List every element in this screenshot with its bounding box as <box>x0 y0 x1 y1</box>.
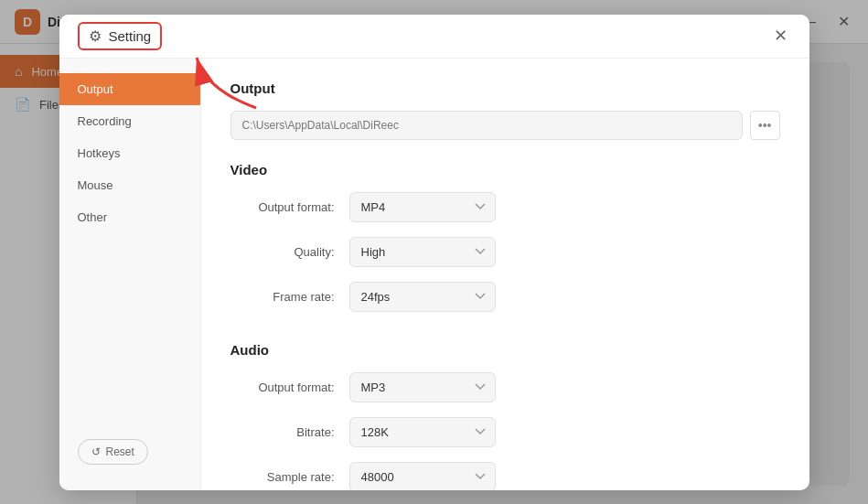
dialog-reset-area: ↺ Reset <box>59 428 200 476</box>
dialog-nav-output[interactable]: Output <box>59 73 200 105</box>
divider-1 <box>230 327 780 327</box>
quality-label: Quality: <box>230 245 349 259</box>
video-section-title: Video <box>230 162 780 177</box>
output-section-title: Output <box>230 80 780 96</box>
video-format-select[interactable]: MP4 AVI MKV MOV <box>349 192 496 222</box>
settings-dialog: ⚙ Setting ✕ Output Recording Hotkeys Mou… <box>59 15 809 490</box>
audio-section-title: Audio <box>230 342 780 358</box>
audio-format-label: Output format: <box>230 381 349 394</box>
dialog-overlay: ⚙ Setting ✕ Output Recording Hotkeys Mou… <box>0 0 868 504</box>
quality-select[interactable]: High Medium Low <box>349 237 496 267</box>
app-window: D DiReec 1.0.0 ? ≡ — ✕ ⌂ Home 📄 Files <box>0 0 868 504</box>
browse-button[interactable]: ••• <box>750 111 780 140</box>
dialog-titlebar: ⚙ Setting ✕ <box>59 15 809 59</box>
samplerate-select[interactable]: 44100 48000 96000 <box>349 462 496 490</box>
reset-label: Reset <box>106 445 134 458</box>
video-format-label: Output format: <box>230 200 349 214</box>
video-format-row: Output format: MP4 AVI MKV MOV <box>230 192 780 222</box>
dialog-nav-other[interactable]: Other <box>59 201 200 233</box>
framerate-row: Frame rate: 24fps 30fps 60fps <box>230 282 780 312</box>
audio-format-select[interactable]: MP3 AAC WAV <box>349 372 496 402</box>
dialog-sidebar: Output Recording Hotkeys Mouse Other ↺ R… <box>59 59 201 490</box>
dialog-reset-button[interactable]: ↺ Reset <box>78 439 148 465</box>
dialog-title: Setting <box>109 28 152 44</box>
framerate-select[interactable]: 24fps 30fps 60fps <box>349 282 496 312</box>
framerate-label: Frame rate: <box>230 290 349 304</box>
dialog-title-area: ⚙ Setting <box>78 22 163 50</box>
bitrate-row: Bitrate: 64K 128K 192K 320K <box>230 417 780 447</box>
dialog-content: Output ••• Video Output format: MP4 AVI … <box>201 59 809 490</box>
quality-row: Quality: High Medium Low <box>230 237 780 267</box>
dialog-body: Output Recording Hotkeys Mouse Other ↺ R… <box>59 59 809 490</box>
output-path-row: ••• <box>230 111 780 140</box>
dialog-nav-recording[interactable]: Recording <box>59 105 200 137</box>
samplerate-label: Sample rate: <box>230 470 349 484</box>
samplerate-row: Sample rate: 44100 48000 96000 <box>230 462 780 490</box>
output-path-input[interactable] <box>230 111 743 140</box>
audio-format-row: Output format: MP3 AAC WAV <box>230 372 780 402</box>
bitrate-label: Bitrate: <box>230 425 349 439</box>
dialog-nav-hotkeys[interactable]: Hotkeys <box>59 137 200 169</box>
dialog-close-button[interactable]: ✕ <box>770 22 791 49</box>
settings-icon: ⚙ <box>89 27 102 45</box>
dialog-nav-mouse[interactable]: Mouse <box>59 169 200 201</box>
reset-icon: ↺ <box>91 445 101 458</box>
bitrate-select[interactable]: 64K 128K 192K 320K <box>349 417 496 447</box>
